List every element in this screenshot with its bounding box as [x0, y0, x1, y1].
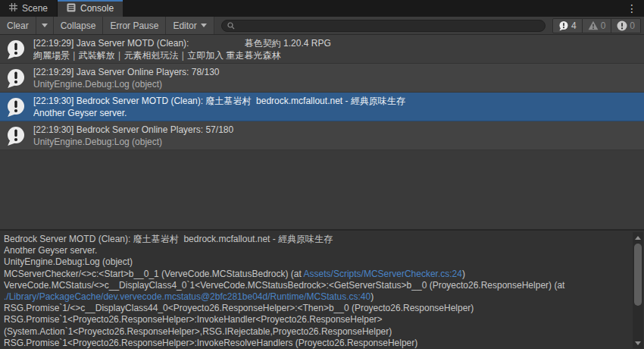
chevron-down-icon: [42, 24, 48, 27]
detail-line: Bedrock Server MOTD (Clean): 廢土基岩村 bedro…: [4, 234, 630, 245]
search-field[interactable]: [221, 20, 546, 32]
scroll-down-arrow[interactable]: [633, 338, 643, 347]
log-line-2: Another Geyser server.: [33, 107, 639, 119]
log-line-2: 絢麗場景｜武裝解放｜元素相剋玩法｜立即加入 重走暮光森林: [33, 49, 639, 61]
detail-line: RSG.Promise`1/<>c__DisplayClass44_0<Proy…: [4, 303, 630, 314]
log-entry-text: [22:19:30] Bedrock Server MOTD (Clean): …: [33, 95, 639, 119]
warning-count: 0: [601, 20, 606, 31]
info-icon: [5, 39, 27, 60]
log-line-1: [22:19:30] Bedrock Server MOTD (Clean): …: [33, 95, 639, 107]
unity-console-window: Scene Console ⋮ Clear Collapse Error Pau…: [0, 0, 644, 349]
tab-scene[interactable]: Scene: [0, 0, 58, 17]
console-icon: [67, 3, 76, 14]
info-icon: [5, 68, 27, 89]
log-entry-java-motd[interactable]: [22:19:29] Java Server MOTD (Clean): 暮色契…: [0, 35, 644, 64]
search-input[interactable]: [238, 20, 539, 31]
detail-line: RSG.Promise`1<Proyecto26.ResponseHelper>…: [4, 338, 630, 349]
tab-scene-label: Scene: [22, 3, 48, 14]
log-line-1: [22:19:30] Bedrock Server Online Players…: [33, 124, 639, 136]
scroll-up-arrow[interactable]: [633, 233, 643, 242]
tab-console[interactable]: Console: [58, 0, 123, 17]
log-list: [22:19:29] Java Server MOTD (Clean): 暮色契…: [0, 35, 644, 150]
log-entry-bedrock-motd[interactable]: [22:19:30] Bedrock Server MOTD (Clean): …: [0, 93, 644, 121]
error-pause-button[interactable]: Error Pause: [103, 17, 166, 34]
source-link[interactable]: ./Library/PackageCache/dev.vervecode.mcs…: [4, 291, 370, 302]
info-count: 4: [571, 20, 577, 31]
detail-line: Another Geyser server.: [4, 245, 630, 256]
log-entry-text: [22:19:29] Java Server MOTD (Clean): 暮色契…: [33, 37, 639, 61]
scrollbar-thumb[interactable]: [634, 244, 642, 306]
error-count-button[interactable]: 0: [611, 18, 641, 33]
detail-line: ./Library/PackageCache/dev.vervecode.mcs…: [4, 291, 630, 303]
log-line-1: [22:19:29] Java Server Online Players: 7…: [33, 66, 639, 78]
kebab-menu-icon[interactable]: ⋮: [620, 0, 644, 17]
error-icon: [617, 20, 627, 31]
log-entry-bedrock-players[interactable]: [22:19:30] Bedrock Server Online Players…: [0, 121, 644, 150]
editor-dropdown-button[interactable]: Editor: [166, 17, 214, 34]
search-icon: [227, 22, 235, 30]
detail-line: MCServerChecker/<>c:<Start>b__0_1 (Verve…: [4, 269, 630, 280]
detail-line: (System.Action`1<Proyecto26.ResponseHelp…: [4, 326, 630, 338]
warning-count-button[interactable]: 0: [583, 18, 612, 33]
info-count-button[interactable]: 4: [552, 18, 583, 33]
detail-line: VerveCode.MCStatus/<>c__DisplayClass4_0`…: [4, 280, 630, 291]
editor-label: Editor: [173, 20, 196, 31]
detail-line: UnityEngine.Debug:Log (object): [4, 256, 630, 268]
log-line-2: UnityEngine.Debug:Log (object): [33, 78, 639, 90]
clear-dropdown-button[interactable]: [36, 17, 54, 34]
info-icon: [558, 20, 569, 31]
tab-console-label: Console: [80, 3, 114, 14]
info-icon: [5, 125, 27, 146]
clear-button[interactable]: Clear: [0, 17, 36, 34]
log-detail-pane: Bedrock Server MOTD (Clean): 廢土基岩村 bedro…: [0, 229, 644, 349]
detail-line: RSG.Promise`1<Proyecto26.ResponseHelper>…: [4, 314, 630, 325]
warning-icon: [588, 20, 599, 30]
tab-bar: Scene Console ⋮: [0, 0, 644, 17]
log-list-empty-area: [0, 150, 644, 229]
chevron-down-icon: [201, 24, 207, 27]
log-entry-text: [22:19:29] Java Server Online Players: 7…: [33, 66, 639, 90]
log-entry-text: [22:19:30] Bedrock Server Online Players…: [33, 124, 639, 148]
log-counters: 4 0 0: [552, 18, 641, 33]
log-line-1: [22:19:29] Java Server MOTD (Clean): 暮色契…: [33, 37, 639, 49]
log-line-2: UnityEngine.Debug:Log (object): [33, 136, 639, 148]
source-link[interactable]: Assets/Scripts/MCServerChecker.cs:24: [304, 269, 462, 279]
console-toolbar: Clear Collapse Error Pause Editor 4: [0, 17, 644, 35]
info-icon: [5, 96, 27, 118]
log-entry-java-players[interactable]: [22:19:29] Java Server Online Players: 7…: [0, 64, 644, 93]
collapse-button[interactable]: Collapse: [54, 17, 104, 34]
toolbar-button-group: Clear Collapse Error Pause Editor: [0, 17, 214, 34]
detail-scrollbar[interactable]: [633, 232, 643, 348]
error-count: 0: [630, 20, 635, 31]
grid-icon: [9, 3, 17, 14]
